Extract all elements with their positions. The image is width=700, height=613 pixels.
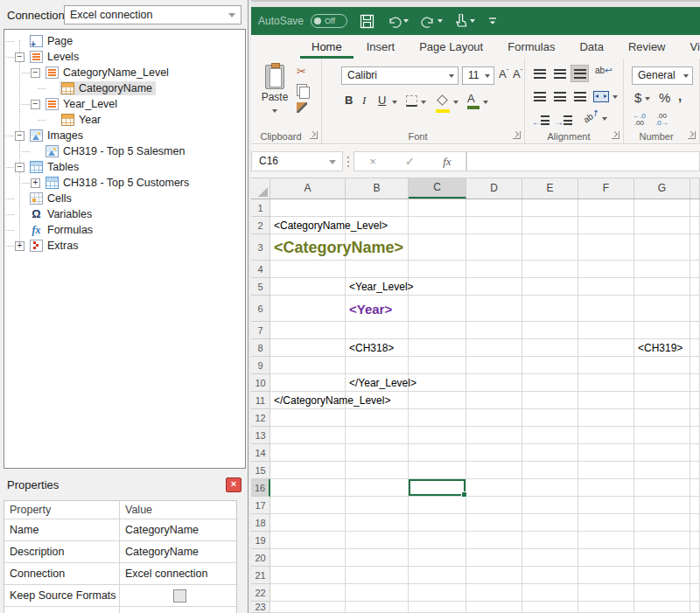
cell-E17[interactable] xyxy=(522,497,578,514)
cell-B16[interactable] xyxy=(346,479,409,497)
cell-B20[interactable] xyxy=(346,549,409,567)
row-header-17[interactable]: 17 xyxy=(251,497,270,514)
cell-A9[interactable] xyxy=(270,357,346,374)
bottom-align-button[interactable] xyxy=(570,65,589,82)
cell-D7[interactable] xyxy=(466,322,522,339)
column-header-partial[interactable] xyxy=(690,178,700,199)
cell-F1[interactable] xyxy=(578,199,634,217)
cell-B13[interactable] xyxy=(346,427,409,444)
cancel-icon[interactable]: × xyxy=(354,155,391,168)
cell-B5[interactable]: <Year_Level> xyxy=(346,278,409,296)
cell-G7[interactable] xyxy=(634,322,690,339)
select-all-corner[interactable] xyxy=(251,178,270,199)
bold-button[interactable]: B xyxy=(345,94,353,107)
cell-D17[interactable] xyxy=(466,497,522,514)
cell-B6[interactable]: <Year> xyxy=(346,296,409,322)
decrease-font-size-button[interactable]: Aˇ xyxy=(513,67,522,80)
name-box[interactable]: C16 xyxy=(251,151,343,171)
tree-item-categoryname[interactable]: CategoryName xyxy=(4,80,245,96)
cell-C6[interactable] xyxy=(409,296,466,322)
merge-center-icon[interactable] xyxy=(593,91,609,102)
row-header-21[interactable]: 21 xyxy=(251,567,270,584)
row-header-3[interactable]: 3 xyxy=(251,234,270,261)
expand-icon[interactable]: + xyxy=(31,178,40,188)
cell-A14[interactable] xyxy=(270,444,346,462)
tab-insert[interactable]: Insert xyxy=(355,35,407,59)
row-header-10[interactable]: 10 xyxy=(251,374,270,392)
column-header-a[interactable]: A xyxy=(270,178,346,199)
row-header-23[interactable]: 23 xyxy=(251,602,270,613)
font-color-button[interactable]: A xyxy=(467,92,480,109)
cell-F9[interactable] xyxy=(578,357,634,374)
cell-G5[interactable] xyxy=(634,278,690,296)
underline-button[interactable]: U xyxy=(378,94,386,107)
cell-F20[interactable] xyxy=(578,549,634,567)
tab-review[interactable]: Review xyxy=(617,35,677,59)
cell-D23[interactable] xyxy=(466,602,522,613)
cell-F12[interactable] xyxy=(578,409,634,427)
cell-B7[interactable] xyxy=(346,322,409,339)
cell-D5[interactable] xyxy=(466,278,522,296)
property-row-format[interactable]: Format xyxy=(4,606,236,613)
row-header-6[interactable]: 6 xyxy=(251,296,270,322)
tree-item-formulas[interactable]: fxFormulas xyxy=(4,222,245,238)
cell-A23[interactable] xyxy=(270,602,346,613)
cell-C7[interactable] xyxy=(409,322,466,339)
cell-A4[interactable] xyxy=(270,261,346,278)
cell-G19[interactable] xyxy=(634,532,690,549)
row-header-4[interactable]: 4 xyxy=(251,261,270,278)
cell-G4[interactable] xyxy=(634,261,690,278)
cell-F13[interactable] xyxy=(578,427,634,444)
touch-mouse-mode-button[interactable] xyxy=(455,14,475,28)
cell-partial-23[interactable] xyxy=(690,602,700,613)
cell-partial-22[interactable] xyxy=(690,584,700,602)
property-row-description[interactable]: DescriptionCategoryName xyxy=(4,540,236,562)
cell-D15[interactable] xyxy=(466,462,522,479)
property-value[interactable]: CategoryName xyxy=(119,519,236,540)
cell-A3[interactable]: <CategoryName> xyxy=(270,234,346,261)
collapse-icon[interactable]: − xyxy=(31,100,40,109)
cell-A11[interactable]: </CategoryName_Level> xyxy=(270,392,346,409)
cell-E2[interactable] xyxy=(522,217,578,234)
cell-C8[interactable] xyxy=(409,339,466,357)
cell-G22[interactable] xyxy=(634,584,690,602)
top-align-button[interactable] xyxy=(530,65,549,82)
cell-B12[interactable] xyxy=(346,409,409,427)
expand-icon[interactable]: + xyxy=(15,241,24,251)
cell-B9[interactable] xyxy=(346,357,409,374)
cell-C10[interactable] xyxy=(409,374,466,392)
column-header-c[interactable]: C xyxy=(409,178,466,199)
cell-partial-3[interactable] xyxy=(690,234,700,261)
cell-G14[interactable] xyxy=(634,444,690,462)
cell-F10[interactable] xyxy=(578,374,634,392)
cell-E4[interactable] xyxy=(522,261,578,278)
row-header-16[interactable]: 16 xyxy=(251,479,270,497)
property-row-keep-source-formats[interactable]: Keep Source Formats xyxy=(4,584,236,606)
cell-E19[interactable] xyxy=(522,532,578,549)
wrap-text-button[interactable]: ab↩ xyxy=(595,66,612,75)
cell-E11[interactable] xyxy=(522,392,578,409)
cell-D3[interactable] xyxy=(466,234,522,261)
cell-partial-18[interactable] xyxy=(690,514,700,532)
cell-F6[interactable] xyxy=(578,296,634,322)
cell-C2[interactable] xyxy=(409,217,466,234)
percent-style-button[interactable]: % xyxy=(659,90,670,105)
increase-decimal-button[interactable]: ←.0.00 xyxy=(633,113,646,127)
decrease-decimal-button[interactable]: .00.0→ xyxy=(655,113,668,127)
dialog-launcher-icon[interactable] xyxy=(310,131,318,139)
cell-F14[interactable] xyxy=(578,444,634,462)
cell-B4[interactable] xyxy=(346,261,409,278)
cell-partial-8[interactable] xyxy=(690,339,700,357)
row-header-11[interactable]: 11 xyxy=(251,392,270,409)
tree-item-images[interactable]: −Images xyxy=(4,128,245,143)
cut-icon[interactable]: ✂ xyxy=(297,66,307,78)
cell-A5[interactable] xyxy=(270,278,346,296)
cell-partial-20[interactable] xyxy=(690,549,700,567)
cell-E12[interactable] xyxy=(522,409,578,427)
collapse-icon[interactable]: − xyxy=(15,163,24,172)
formula-input[interactable] xyxy=(466,151,700,171)
connection-select[interactable]: Excel connection xyxy=(64,5,242,24)
collapse-icon[interactable]: − xyxy=(15,131,24,141)
copy-icon[interactable] xyxy=(297,84,307,96)
drag-handle-icon[interactable] xyxy=(347,157,349,158)
